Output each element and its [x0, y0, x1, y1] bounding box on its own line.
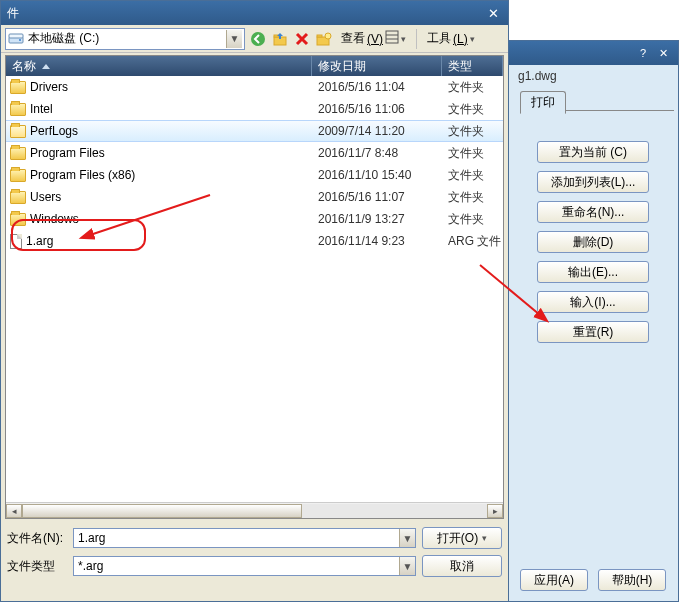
- bgwin-tab-row: 打印: [520, 91, 674, 111]
- filetype-label: 文件类型: [7, 558, 67, 575]
- filedlg-title-text: 件: [7, 5, 19, 22]
- row-name: Users: [30, 190, 61, 204]
- folder-icon: [10, 147, 26, 160]
- row-date: 2016/5/16 11:06: [312, 102, 442, 116]
- row-type: 文件夹: [442, 101, 503, 118]
- row-name: Program Files: [30, 146, 105, 160]
- filename-label: 文件名(N):: [7, 530, 67, 547]
- row-date: 2016/11/10 15:40: [312, 168, 442, 182]
- svg-point-3: [251, 32, 265, 46]
- scroll-track[interactable]: [22, 504, 487, 518]
- chevron-down-icon[interactable]: ▼: [399, 529, 415, 547]
- tab-print[interactable]: 打印: [520, 91, 566, 114]
- row-type: 文件夹: [442, 211, 503, 228]
- filedlg-titlebar: 件 ✕: [1, 1, 508, 25]
- tb-tools-menu[interactable]: 工具 (L) ▾: [423, 28, 479, 49]
- folder-icon: [10, 125, 26, 138]
- bgwin-path-text: g1.dwg: [508, 65, 678, 85]
- col-type[interactable]: 类型: [442, 56, 503, 76]
- bgwin-titlebar: ? ✕: [508, 41, 678, 65]
- file-open-dialog: 件 ✕ 本地磁盘 (C:) ▼ 查看 (V) ▾ 工具 (L) ▾: [0, 0, 509, 602]
- folder-row[interactable]: Intel2016/5/16 11:06文件夹: [6, 98, 503, 120]
- delete-button[interactable]: 删除(D): [537, 231, 649, 253]
- folder-icon: [10, 81, 26, 94]
- chevron-down-icon[interactable]: ▼: [399, 557, 415, 575]
- column-headers: 名称 修改日期 类型: [6, 56, 503, 76]
- cancel-button[interactable]: 取消: [422, 555, 502, 577]
- drive-icon: [8, 31, 24, 47]
- open-button[interactable]: 打开(O) ▾: [422, 527, 502, 549]
- folder-icon: [10, 169, 26, 182]
- row-name: Intel: [30, 102, 53, 116]
- tb-up-icon[interactable]: [271, 30, 289, 48]
- drive-combo[interactable]: 本地磁盘 (C:) ▼: [5, 28, 245, 50]
- add-to-list-button[interactable]: 添加到列表(L)...: [537, 171, 649, 193]
- row-date: 2016/5/16 11:07: [312, 190, 442, 204]
- svg-point-8: [325, 33, 331, 39]
- svg-rect-7: [317, 35, 322, 37]
- folder-row[interactable]: PerfLogs2009/7/14 11:20文件夹: [6, 120, 503, 142]
- tb-tools-label: 工具: [427, 30, 451, 47]
- close-icon[interactable]: ✕: [484, 5, 502, 21]
- import-button[interactable]: 输入(I)...: [537, 291, 649, 313]
- help-icon[interactable]: ?: [634, 45, 652, 61]
- row-type: ARG 文件: [442, 233, 503, 250]
- svg-rect-1: [9, 34, 23, 38]
- export-button[interactable]: 输出(E)...: [537, 261, 649, 283]
- svg-point-2: [19, 39, 21, 41]
- tb-newfolder-icon[interactable]: [315, 30, 333, 48]
- row-name: 1.arg: [26, 234, 53, 248]
- set-current-button[interactable]: 置为当前 (C): [537, 141, 649, 163]
- row-type: 文件夹: [442, 145, 503, 162]
- tb-view-menu[interactable]: 查看 (V) ▾: [337, 28, 410, 49]
- row-name: Program Files (x86): [30, 168, 135, 182]
- row-date: 2016/11/9 13:27: [312, 212, 442, 226]
- help-button[interactable]: 帮助(H): [598, 569, 666, 591]
- horizontal-scrollbar[interactable]: ◂ ▸: [6, 502, 503, 518]
- rename-button[interactable]: 重命名(N)...: [537, 201, 649, 223]
- file-list: 名称 修改日期 类型 Drivers2016/5/16 11:04文件夹Inte…: [5, 55, 504, 519]
- col-name[interactable]: 名称: [6, 56, 312, 76]
- toolbar: 本地磁盘 (C:) ▼ 查看 (V) ▾ 工具 (L) ▾: [1, 25, 508, 53]
- tb-view-icon: [385, 30, 399, 47]
- svg-rect-9: [386, 31, 398, 43]
- filetype-value: *.arg: [78, 559, 103, 573]
- folder-row[interactable]: Windows2016/11/9 13:27文件夹: [6, 208, 503, 230]
- tb-tools-underline: (L): [453, 32, 468, 46]
- row-name: PerfLogs: [30, 124, 78, 138]
- row-type: 文件夹: [442, 189, 503, 206]
- folder-row[interactable]: Drivers2016/5/16 11:04文件夹: [6, 76, 503, 98]
- row-date: 2009/7/14 11:20: [312, 124, 442, 138]
- background-dialog: ? ✕ g1.dwg 打印 置为当前 (C) 添加到列表(L)... 重命名(N…: [508, 40, 679, 602]
- row-date: 2016/5/16 11:04: [312, 80, 442, 94]
- filetype-input[interactable]: *.arg ▼: [73, 556, 416, 576]
- scroll-right-icon[interactable]: ▸: [487, 504, 503, 518]
- row-name: Drivers: [30, 80, 68, 94]
- tb-delete-icon[interactable]: [293, 30, 311, 48]
- folder-icon: [10, 191, 26, 204]
- file-row[interactable]: 1.arg2016/11/14 9:23ARG 文件: [6, 230, 503, 252]
- apply-button[interactable]: 应用(A): [520, 569, 588, 591]
- scroll-left-icon[interactable]: ◂: [6, 504, 22, 518]
- reset-button[interactable]: 重置(R): [537, 321, 649, 343]
- folder-row[interactable]: Users2016/5/16 11:07文件夹: [6, 186, 503, 208]
- folder-row[interactable]: Program Files2016/11/7 8:48文件夹: [6, 142, 503, 164]
- row-date: 2016/11/7 8:48: [312, 146, 442, 160]
- filename-input[interactable]: 1.arg ▼: [73, 528, 416, 548]
- tb-view-label: 查看: [341, 30, 365, 47]
- row-type: 文件夹: [442, 123, 503, 140]
- tb-back-icon[interactable]: [249, 30, 267, 48]
- folder-icon: [10, 103, 26, 116]
- row-date: 2016/11/14 9:23: [312, 234, 442, 248]
- folder-row[interactable]: Program Files (x86)2016/11/10 15:40文件夹: [6, 164, 503, 186]
- folder-icon: [10, 213, 26, 226]
- filename-value: 1.arg: [78, 531, 105, 545]
- dialog-bottom: 文件名(N): 1.arg ▼ 打开(O) ▾ 文件类型 *.arg ▼ 取消: [1, 521, 508, 587]
- scroll-thumb[interactable]: [22, 504, 302, 518]
- close-icon[interactable]: ✕: [654, 45, 672, 61]
- file-rows: Drivers2016/5/16 11:04文件夹Intel2016/5/16 …: [6, 76, 503, 502]
- col-date[interactable]: 修改日期: [312, 56, 442, 76]
- drive-combo-text: 本地磁盘 (C:): [28, 30, 226, 47]
- row-type: 文件夹: [442, 167, 503, 184]
- chevron-down-icon[interactable]: ▼: [226, 30, 242, 48]
